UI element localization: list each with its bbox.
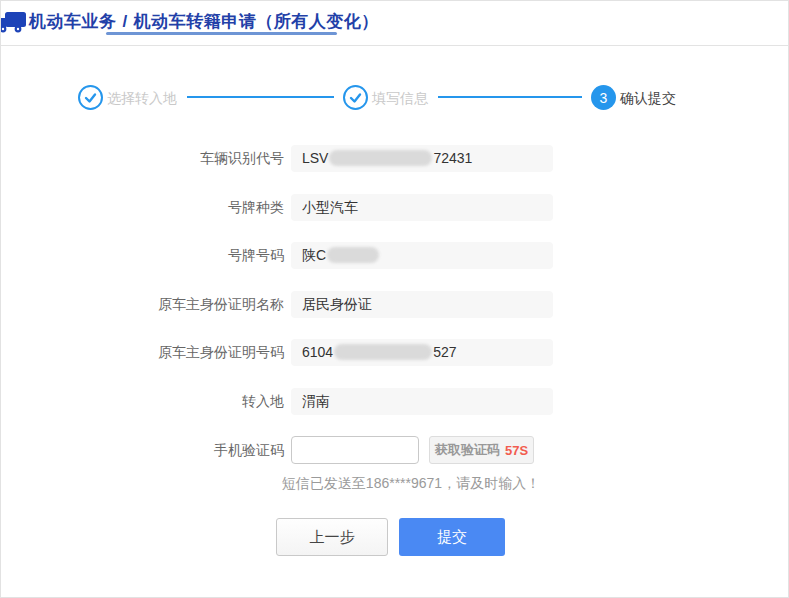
plate-number-redaction: [327, 247, 379, 263]
step2-label: 填写信息: [372, 90, 428, 108]
breadcrumb-section[interactable]: 机动车业务: [29, 12, 117, 31]
step-connector-1: [187, 96, 334, 98]
vin-prefix: LSV: [302, 150, 328, 166]
page-header: 机动车业务/机动车转籍申请（所有人变化）: [1, 1, 788, 46]
vehicle-transfer-page: 机动车业务/机动车转籍申请（所有人变化） 选择转入地 填写信息 3 确认提交 车…: [0, 0, 789, 598]
vin-redaction: [329, 150, 432, 166]
breadcrumb: 机动车业务/机动车转籍申请（所有人变化）: [29, 10, 379, 33]
get-sms-code-text: 获取验证码: [435, 441, 500, 459]
plate-number-prefix: 陕C: [302, 247, 326, 263]
sms-sent-notice: 短信已发送至186****9671，请及时输入！: [241, 475, 581, 493]
owner-id-name-label: 原车主身份证明名称: [64, 291, 284, 318]
step1-label: 选择转入地: [107, 90, 177, 108]
owner-id-suffix: 527: [433, 344, 456, 360]
transfer-destination-label: 转入地: [64, 388, 284, 415]
sms-code-input[interactable]: [291, 436, 419, 464]
owner-id-redaction: [334, 344, 432, 360]
submit-button[interactable]: 提交: [399, 518, 505, 556]
active-tab-underline: [106, 32, 337, 35]
vin-label: 车辆识别代号: [64, 145, 284, 172]
previous-step-button[interactable]: 上一步: [276, 518, 388, 556]
plate-number-label: 号牌号码: [64, 242, 284, 269]
get-sms-code-button[interactable]: 获取验证码57S: [429, 436, 534, 464]
breadcrumb-current-page: 机动车转籍申请（所有人变化）: [134, 12, 379, 31]
transfer-destination-value: 渭南: [291, 388, 553, 415]
owner-id-prefix: 6104: [302, 344, 333, 360]
vin-value: LSV72431: [291, 145, 553, 172]
step1-done-check-icon: [78, 85, 103, 110]
owner-id-name-value: 居民身份证: [291, 291, 553, 318]
vin-suffix: 72431: [433, 150, 472, 166]
step3-number-badge: 3: [591, 85, 616, 110]
truck-icon: [0, 9, 28, 41]
step2-done-check-icon: [343, 85, 368, 110]
breadcrumb-separator: /: [123, 12, 128, 31]
owner-id-number-label: 原车主身份证明号码: [64, 339, 284, 366]
plate-type-label: 号牌种类: [64, 194, 284, 221]
plate-number-value: 陕C: [291, 242, 553, 269]
sms-code-label: 手机验证码: [64, 436, 284, 464]
step-connector-2: [438, 96, 582, 98]
owner-id-number-value: 6104527: [291, 339, 553, 366]
plate-type-value: 小型汽车: [291, 194, 553, 221]
step3-label: 确认提交: [620, 90, 676, 108]
sms-countdown: 57S: [505, 443, 528, 458]
